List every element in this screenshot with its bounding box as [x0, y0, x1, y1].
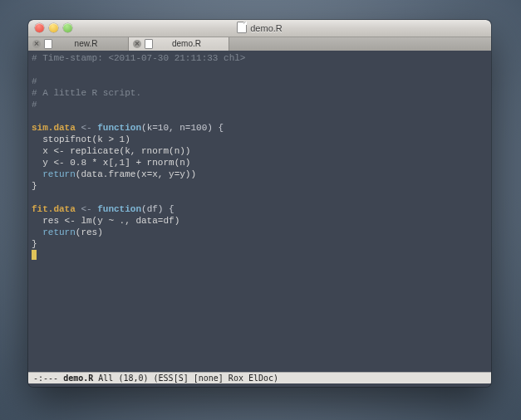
modeline-modes: (ESS[S] [none] Rox ElDoc) [154, 374, 279, 383]
code-line: res <- lm(y ~ ., data=df) [32, 216, 179, 226]
modeline-position: All (18,0) [98, 374, 148, 383]
assign-op: <- [76, 123, 97, 133]
brace-close: } [32, 181, 37, 191]
code-editor[interactable]: # Time-stamp: <2011-07-30 21:11:33 chl> … [28, 51, 491, 373]
close-tab-icon[interactable] [32, 40, 41, 48]
text-cursor [32, 250, 37, 260]
fn-signature: (k=10, n=100) { [141, 123, 224, 133]
window-title-text: demo.R [250, 23, 283, 33]
tab-bar: new.R demo.R [28, 37, 491, 51]
assign-op: <- [76, 204, 97, 214]
code-line: x <- replicate(k, rnorm(n)) [32, 146, 190, 156]
file-icon [145, 39, 153, 49]
tab-label: demo.R [156, 37, 217, 51]
modeline-status: -:--- [33, 374, 58, 383]
editor-window: demo.R new.R demo.R # Time-stamp: <2011-… [28, 20, 491, 387]
modeline-buffer: demo.R [63, 374, 93, 383]
comment-line: # [32, 76, 37, 86]
comment-line: # A little R script. [32, 88, 141, 98]
return-arg: (data.frame(x=x, y=y)) [76, 169, 196, 179]
fn-signature: (df) { [141, 204, 174, 214]
close-tab-icon[interactable] [133, 40, 141, 48]
code-line: y <- 0.8 * x[,1] + rnorm(n) [32, 158, 190, 168]
code-line: stopifnot(k > 1) [32, 134, 130, 144]
keyword-function: function [97, 123, 141, 133]
mode-line[interactable]: -:--- demo.R All (18,0) (ESS[S] [none] R… [28, 372, 491, 383]
brace-close: } [32, 239, 37, 249]
keyword-return: return [42, 227, 76, 237]
comment-line: # [32, 100, 37, 110]
comment-line: # Time-stamp: <2011-07-30 21:11:33 chl> [32, 53, 245, 63]
tab-new-r[interactable]: new.R [28, 37, 129, 51]
keyword-function: function [97, 204, 141, 214]
tab-label: new.R [56, 37, 116, 51]
file-icon [237, 22, 247, 33]
file-icon [44, 39, 52, 49]
minibuffer[interactable] [28, 383, 491, 387]
function-name: fit.data [32, 204, 76, 214]
return-arg: (res) [76, 227, 103, 237]
keyword-return: return [42, 169, 76, 179]
function-name: sim.data [32, 123, 76, 133]
window-title: demo.R [28, 20, 491, 37]
titlebar[interactable]: demo.R [28, 20, 491, 37]
tab-demo-r[interactable]: demo.R [129, 37, 229, 51]
